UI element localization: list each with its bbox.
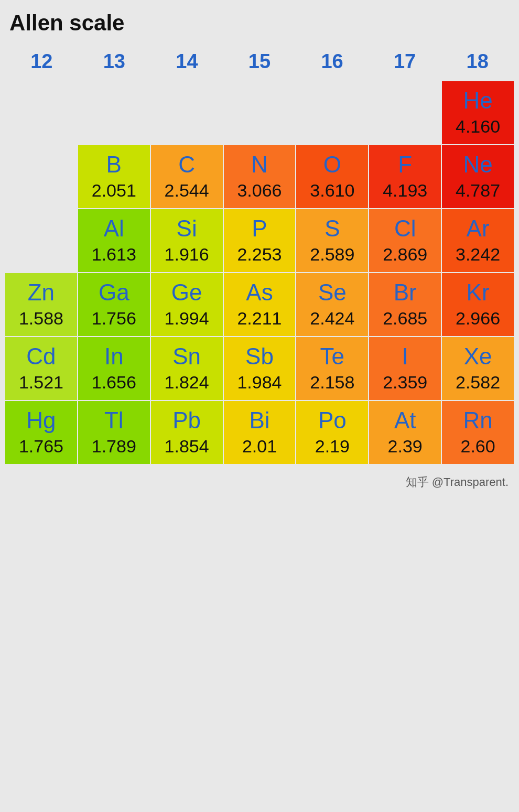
element-value: 1.854 — [165, 436, 209, 457]
cell-2-3: P2.253 — [224, 209, 296, 272]
element-value: 2.359 — [383, 372, 427, 393]
element-symbol: Hg — [26, 408, 56, 433]
row-5: Hg1.765Tl1.789Pb1.854Bi2.01Po2.19At2.39R… — [5, 401, 514, 464]
element-symbol: Po — [318, 408, 347, 433]
cell-0-4 — [296, 81, 368, 144]
row-0: He4.160 — [5, 81, 514, 144]
element-symbol: S — [325, 216, 340, 241]
element-value: 3.242 — [456, 244, 500, 265]
element-symbol: Rn — [463, 408, 492, 433]
element-value: 1.756 — [92, 308, 136, 329]
element-value: 2.19 — [315, 436, 350, 457]
element-value: 3.066 — [237, 180, 282, 201]
element-symbol: Ga — [99, 280, 129, 305]
cell-2-1: Al1.613 — [78, 209, 150, 272]
element-symbol: C — [178, 152, 195, 177]
page-container: Allen scale 12 13 14 15 16 17 18 He4.160… — [0, 0, 519, 812]
cell-0-0 — [5, 81, 77, 144]
col-header-12: 12 — [5, 45, 78, 78]
cell-1-6: Ne4.787 — [442, 145, 514, 208]
col-header-15: 15 — [223, 45, 296, 78]
cell-3-3: As2.211 — [224, 273, 296, 336]
element-value: 2.544 — [165, 180, 209, 201]
element-value: 2.253 — [237, 244, 282, 265]
cell-3-4: Se2.424 — [296, 273, 368, 336]
element-symbol: I — [402, 344, 408, 369]
cell-0-3 — [224, 81, 296, 144]
element-value: 1.588 — [19, 308, 63, 329]
element-symbol: Sb — [245, 344, 274, 369]
row-3: Zn1.588Ga1.756Ge1.994As2.211Se2.424Br2.6… — [5, 273, 514, 336]
element-symbol: Si — [177, 216, 197, 241]
cell-1-5: F4.193 — [369, 145, 441, 208]
element-value: 4.193 — [383, 180, 427, 201]
element-value: 2.01 — [242, 436, 277, 457]
element-value: 1.656 — [92, 372, 136, 393]
element-symbol: Se — [318, 280, 347, 305]
column-headers: 12 13 14 15 16 17 18 — [5, 45, 514, 78]
cell-4-0: Cd1.521 — [5, 337, 77, 400]
cell-5-2: Pb1.854 — [151, 401, 223, 464]
row-2: Al1.613Si1.916P2.253S2.589Cl2.869Ar3.242 — [5, 209, 514, 272]
cell-2-6: Ar3.242 — [442, 209, 514, 272]
element-symbol: Cd — [26, 344, 56, 369]
element-value: 2.582 — [456, 372, 500, 393]
cell-2-4: S2.589 — [296, 209, 368, 272]
cell-1-1: B2.051 — [78, 145, 150, 208]
element-value: 1.765 — [19, 436, 63, 457]
element-value: 4.160 — [456, 116, 500, 137]
cell-2-0 — [5, 209, 77, 272]
cell-2-2: Si1.916 — [151, 209, 223, 272]
element-value: 1.613 — [92, 244, 136, 265]
element-value: 1.916 — [165, 244, 209, 265]
cell-3-5: Br2.685 — [369, 273, 441, 336]
cell-0-2 — [151, 81, 223, 144]
element-symbol: As — [246, 280, 273, 305]
cell-5-5: At2.39 — [369, 401, 441, 464]
cell-1-4: O3.610 — [296, 145, 368, 208]
element-symbol: He — [463, 88, 492, 113]
col-header-17: 17 — [369, 45, 441, 78]
element-value: 1.994 — [165, 308, 209, 329]
footer-text: 知乎 @Transparent. — [5, 474, 514, 490]
col-header-14: 14 — [150, 45, 223, 78]
element-symbol: Te — [320, 344, 344, 369]
element-value: 2.869 — [383, 244, 427, 265]
cell-5-1: Tl1.789 — [78, 401, 150, 464]
element-value: 4.787 — [456, 180, 500, 201]
element-value: 1.521 — [19, 372, 63, 393]
element-symbol: Ne — [463, 152, 492, 177]
element-symbol: Xe — [464, 344, 492, 369]
element-symbol: Al — [104, 216, 124, 241]
cell-4-3: Sb1.984 — [224, 337, 296, 400]
row-4: Cd1.521In1.656Sn1.824Sb1.984Te2.158I2.35… — [5, 337, 514, 400]
element-symbol: Ar — [467, 216, 490, 241]
cell-0-5 — [369, 81, 441, 144]
element-value: 2.966 — [456, 308, 500, 329]
cell-3-6: Kr2.966 — [442, 273, 514, 336]
cell-5-3: Bi2.01 — [224, 401, 296, 464]
element-value: 3.610 — [310, 180, 354, 201]
col-header-18: 18 — [441, 45, 514, 78]
element-value: 2.211 — [237, 308, 282, 329]
periodic-grid: He4.160B2.051C2.544N3.066O3.610F4.193Ne4… — [5, 81, 514, 464]
cell-3-2: Ge1.994 — [151, 273, 223, 336]
element-symbol: Pb — [172, 408, 201, 433]
element-symbol: Tl — [104, 408, 124, 433]
element-value: 2.39 — [388, 436, 423, 457]
element-symbol: Sn — [172, 344, 201, 369]
cell-5-6: Rn2.60 — [442, 401, 514, 464]
cell-4-5: I2.359 — [369, 337, 441, 400]
element-value: 1.824 — [165, 372, 209, 393]
cell-4-4: Te2.158 — [296, 337, 368, 400]
element-value: 1.789 — [92, 436, 136, 457]
cell-4-1: In1.656 — [78, 337, 150, 400]
cell-3-0: Zn1.588 — [5, 273, 77, 336]
cell-3-1: Ga1.756 — [78, 273, 150, 336]
element-symbol: O — [323, 152, 341, 177]
cell-0-1 — [78, 81, 150, 144]
cell-2-5: Cl2.869 — [369, 209, 441, 272]
element-value: 2.051 — [92, 180, 136, 201]
cell-0-6: He4.160 — [442, 81, 514, 144]
element-symbol: Ge — [171, 280, 202, 305]
